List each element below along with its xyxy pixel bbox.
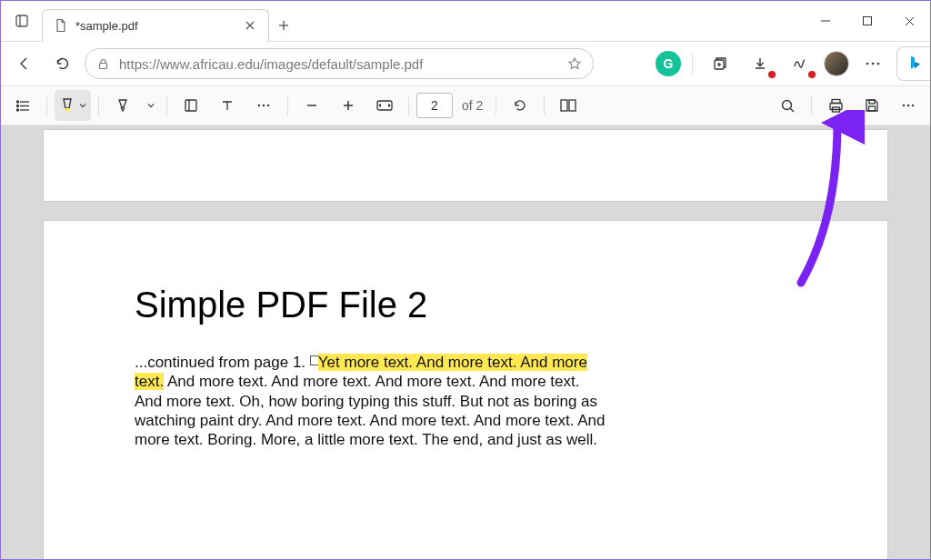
file-icon <box>54 18 68 33</box>
svg-point-35 <box>782 100 791 109</box>
separator <box>544 95 545 115</box>
svg-point-26 <box>258 105 260 106</box>
browser-tab[interactable]: *sample.pdf <box>42 9 269 42</box>
grammarly-extension[interactable]: G <box>656 51 681 76</box>
highlighter-icon <box>58 96 76 115</box>
chevron-down-icon[interactable] <box>143 101 159 110</box>
svg-point-16 <box>877 63 880 65</box>
titlebar: *sample.pdf <box>1 1 930 42</box>
pdf-viewer[interactable]: Simple PDF File 2 ...continued from page… <box>1 125 930 559</box>
svg-rect-34 <box>569 100 576 111</box>
profile-avatar[interactable] <box>824 51 849 76</box>
more-tools-button[interactable] <box>247 90 280 121</box>
url-text: https://www.africau.edu/images/default/s… <box>119 56 558 72</box>
svg-point-27 <box>263 105 265 106</box>
nav-right: G <box>656 46 923 81</box>
collections-button[interactable] <box>704 47 736 80</box>
svg-point-43 <box>907 105 909 106</box>
maximize-button[interactable] <box>846 1 888 42</box>
separator <box>287 95 288 115</box>
body-leading: ...continued from page 1. <box>135 354 310 371</box>
separator <box>408 95 409 115</box>
pdf-toolbar: of 2 <box>1 85 930 125</box>
pdf-page-previous[interactable] <box>43 129 888 202</box>
pdf-toolbar-right <box>771 90 925 121</box>
address-bar[interactable]: https://www.africau.edu/images/default/s… <box>85 48 594 79</box>
page-view-button[interactable] <box>552 90 585 121</box>
back-button[interactable] <box>8 47 41 80</box>
menu-button[interactable] <box>856 47 889 80</box>
downloads-button[interactable] <box>744 47 776 80</box>
separator <box>811 95 812 115</box>
print-button[interactable] <box>819 90 852 121</box>
pdf-page-current[interactable]: Simple PDF File 2 ...continued from page… <box>43 220 888 559</box>
svg-rect-23 <box>65 108 70 111</box>
svg-point-20 <box>16 101 18 103</box>
separator <box>496 95 496 115</box>
fit-width-button[interactable] <box>368 90 401 121</box>
svg-point-15 <box>872 63 875 65</box>
lock-icon <box>96 57 110 71</box>
separator <box>98 95 99 115</box>
svg-rect-7 <box>864 17 872 25</box>
tab-actions-button[interactable] <box>1 14 42 28</box>
tab-title: *sample.pdf <box>75 19 235 33</box>
svg-point-44 <box>912 105 914 106</box>
navbar: https://www.africau.edu/images/default/s… <box>1 42 930 85</box>
svg-rect-40 <box>869 100 875 104</box>
document-title: Simple PDF File 2 <box>135 285 796 325</box>
body-rest: And more text. And more text. And more t… <box>135 373 606 448</box>
performance-button[interactable] <box>784 47 816 80</box>
svg-rect-33 <box>561 100 567 111</box>
close-window-button[interactable] <box>888 1 930 42</box>
rotate-button[interactable] <box>504 90 536 121</box>
separator <box>692 54 693 74</box>
svg-point-14 <box>866 63 869 65</box>
zoom-out-button[interactable] <box>295 90 328 121</box>
text-tool[interactable] <box>211 90 244 121</box>
separator <box>46 95 47 115</box>
contents-button[interactable] <box>6 90 39 121</box>
refresh-button[interactable] <box>46 47 79 80</box>
draw-tool[interactable] <box>106 90 139 121</box>
minimize-button[interactable] <box>805 1 846 42</box>
window-controls <box>805 1 930 42</box>
svg-point-42 <box>903 105 905 106</box>
page-number-input[interactable] <box>416 93 453 118</box>
svg-rect-24 <box>185 100 196 111</box>
favorite-icon[interactable] <box>567 56 582 71</box>
save-button[interactable] <box>856 90 888 121</box>
svg-point-28 <box>267 105 269 106</box>
svg-line-36 <box>790 108 794 112</box>
page-total-label: of 2 <box>456 98 488 113</box>
svg-rect-41 <box>869 106 876 111</box>
chevron-down-icon <box>78 101 87 110</box>
highlight-tool[interactable] <box>55 90 91 121</box>
separator <box>166 95 167 115</box>
svg-point-21 <box>16 105 18 106</box>
svg-point-22 <box>16 109 18 111</box>
svg-rect-0 <box>16 15 27 26</box>
erase-tool[interactable] <box>175 90 207 121</box>
svg-rect-10 <box>100 63 107 68</box>
document-body: ...continued from page 1. Yet more text.… <box>135 353 607 449</box>
find-button[interactable] <box>771 90 804 121</box>
more-options-button[interactable] <box>892 90 925 121</box>
bing-sidebar-button[interactable] <box>896 46 931 81</box>
close-tab-button[interactable] <box>243 18 257 33</box>
new-tab-button[interactable] <box>269 9 298 42</box>
zoom-in-button[interactable] <box>332 90 365 121</box>
